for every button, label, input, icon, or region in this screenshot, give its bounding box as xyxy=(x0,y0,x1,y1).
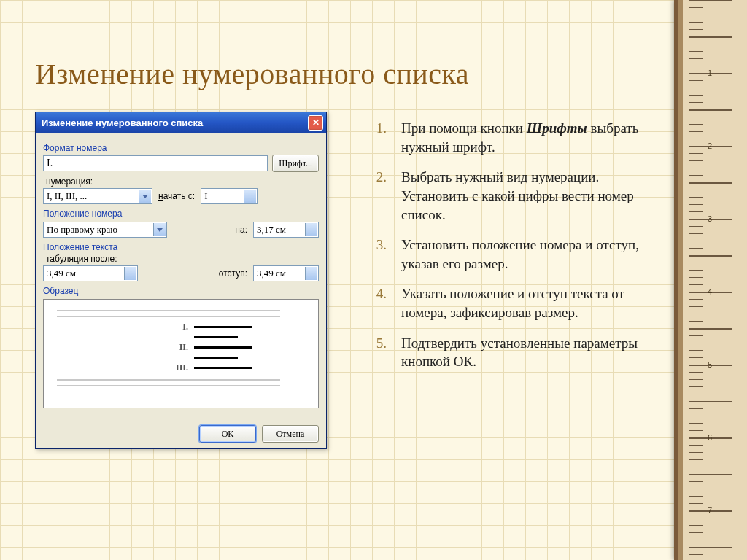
indent-value: 3,49 см xyxy=(257,268,286,279)
step-text: При помощи кнопки Шрифты выбрать нужный … xyxy=(401,119,652,156)
numbering-label: нумерация: xyxy=(46,176,319,187)
step-text: Выбрать нужный вид нумерации. Установить… xyxy=(401,168,652,224)
step-number: 1. xyxy=(368,119,387,156)
preview-box: I. II. III. xyxy=(43,299,319,408)
font-button-label: Шрифт... xyxy=(279,158,312,169)
dialog-title: Изменение нумерованного списка xyxy=(42,117,203,128)
close-button[interactable]: ✕ xyxy=(308,115,323,131)
numbering-style-select[interactable]: I, II, III, ... xyxy=(43,188,152,204)
dialog-titlebar: Изменение нумерованного списка ✕ xyxy=(36,112,326,133)
group-label-number-position: Положение номера xyxy=(43,209,319,219)
close-icon: ✕ xyxy=(312,117,320,128)
indent-stepper[interactable]: 3,49 см xyxy=(253,265,319,281)
step-number: 4. xyxy=(368,284,387,322)
numbering-style-value: I, II, III, ... xyxy=(47,190,87,202)
start-at-label: начать с: xyxy=(158,191,195,201)
step-number: 2. xyxy=(368,168,387,224)
preview-number-1: I. xyxy=(57,322,188,332)
step-text: Установить положение номера и отступ, ук… xyxy=(401,236,652,273)
step-number: 3. xyxy=(368,236,387,273)
indent-label: отступ: xyxy=(219,268,247,279)
list-item: 1. При помощи кнопки Шрифты выбрать нужн… xyxy=(368,119,652,156)
slide-title: Изменение нумерованного списка xyxy=(35,57,652,91)
number-format-input[interactable]: I. xyxy=(43,155,268,171)
preview-number-2: II. xyxy=(57,342,188,353)
start-at-stepper[interactable]: I xyxy=(201,188,258,204)
ok-button[interactable]: ОК xyxy=(199,425,256,443)
at-label: на: xyxy=(235,225,247,235)
tab-after-stepper[interactable]: 3,49 см xyxy=(43,265,138,281)
group-label-preview: Образец xyxy=(43,286,319,296)
alignment-value: По правому краю xyxy=(47,224,117,236)
font-button[interactable]: Шрифт... xyxy=(272,155,319,172)
preview-number-3: III. xyxy=(57,362,188,373)
alignment-select[interactable]: По правому краю xyxy=(43,222,167,238)
group-label-text-position: Положение текста xyxy=(43,242,319,252)
slide: Изменение нумерованного списка Изменение… xyxy=(0,0,674,560)
step-text: Указать положение и отступ текста от ном… xyxy=(401,284,652,322)
group-label-format: Формат номера xyxy=(43,143,319,153)
tab-after-value: 3,49 см xyxy=(47,268,76,279)
steps-list: 1. При помощи кнопки Шрифты выбрать нужн… xyxy=(368,112,652,383)
list-item: 5. Подтвердить установленные параметры к… xyxy=(368,334,652,371)
step-number: 5. xyxy=(368,334,387,371)
list-item: 2. Выбрать нужный вид нумерации. Установ… xyxy=(368,168,652,224)
list-item: 3. Установить положение номера и отступ,… xyxy=(368,236,652,273)
step-text: Подтвердить установленные параметры кноп… xyxy=(401,334,652,371)
number-format-value: I. xyxy=(47,158,53,169)
cancel-button[interactable]: Отмена xyxy=(262,425,319,443)
dialog-window: Изменение нумерованного списка ✕ Формат … xyxy=(35,112,327,449)
ruler-decoration: 1234567 xyxy=(674,0,747,560)
ok-button-label: ОК xyxy=(222,429,234,440)
cancel-button-label: Отмена xyxy=(276,429,305,440)
list-item: 4. Указать положение и отступ текста от … xyxy=(368,284,652,322)
number-position-stepper[interactable]: 3,17 см xyxy=(253,222,319,238)
number-position-value: 3,17 см xyxy=(257,224,286,236)
tab-after-label: табуляция после: xyxy=(46,254,319,264)
start-at-value: I xyxy=(204,190,207,202)
